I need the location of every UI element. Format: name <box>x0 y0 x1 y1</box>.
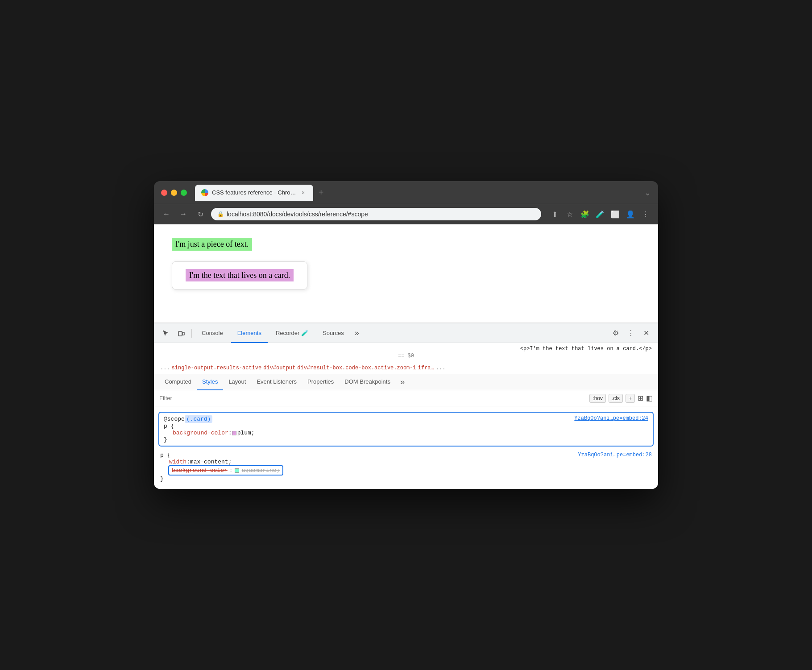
back-button[interactable]: ← <box>160 208 173 220</box>
selector-line-1: p { <box>164 423 648 430</box>
css-selector-p2: p { <box>160 452 170 459</box>
more-styles-tabs[interactable]: » <box>398 377 407 387</box>
dom-path-bar: ... single-output.results-active div#out… <box>154 362 658 374</box>
forward-button[interactable]: → <box>177 208 190 220</box>
tab-layout[interactable]: Layout <box>223 374 251 390</box>
css-value-aquamarine: aquamarine; <box>242 467 280 474</box>
card-demo: I'm the text that lives on a card. <box>172 261 307 290</box>
page-content: I'm just a piece of text. I'm the text t… <box>154 224 658 323</box>
url-text: localhost:8080/docs/devtools/css/referen… <box>227 211 535 218</box>
tab-styles[interactable]: Styles <box>197 374 223 390</box>
menu-icon[interactable]: ⋮ <box>639 208 652 220</box>
close-devtools-icon[interactable]: ✕ <box>639 327 653 340</box>
closing-brace-2: } <box>160 476 652 482</box>
new-style-rule-icon[interactable]: ⊞ <box>638 394 643 402</box>
css-prop-bg-color-1: background-color <box>173 430 228 436</box>
property-line-width: width : max-content; <box>160 459 652 465</box>
styles-tabs-bar: Computed Styles Layout Event Listeners P… <box>154 374 658 390</box>
tab-computed[interactable]: Computed <box>159 374 197 390</box>
element-picker-icon[interactable] <box>159 327 173 340</box>
color-swatch-plum[interactable] <box>232 431 236 435</box>
selector-line-2: p { <box>160 452 578 459</box>
dom-path-div-result[interactable]: div#result-box.code-box.active.zoom-1 <box>297 365 416 371</box>
svg-rect-1 <box>182 332 184 335</box>
security-lock-icon: 🔒 <box>217 211 224 217</box>
address-box[interactable]: 🔒 localhost:8080/docs/devtools/css/refer… <box>211 208 541 220</box>
cls-button[interactable]: .cls <box>609 394 623 403</box>
plain-text-demo: I'm just a piece of text. <box>172 238 252 251</box>
tab-menu-button[interactable]: ⌄ <box>644 188 651 198</box>
toolbar-icons: ⬆ ☆ 🧩 🧪 ⬜ 👤 ⋮ <box>548 208 652 220</box>
closing-brace-1: } <box>164 436 648 443</box>
device-toggle-icon[interactable] <box>174 327 188 340</box>
tab-elements[interactable]: Elements <box>231 323 268 343</box>
maximize-button[interactable] <box>181 190 187 196</box>
reload-button[interactable]: ↻ <box>194 208 207 220</box>
dom-variable: == $0 <box>160 353 652 359</box>
hov-button[interactable]: :hov <box>589 394 606 403</box>
bookmark-icon[interactable]: ☆ <box>563 208 576 220</box>
devtools-toolbar-right: ⚙ ⋮ ✕ <box>609 327 653 340</box>
active-tab[interactable]: CSS features reference - Chro… × <box>195 185 313 201</box>
dom-element-text: <p>I'm the text that lives on a card.</p… <box>520 346 652 352</box>
dom-breadcrumb: <p>I'm the text that lives on a card.</p… <box>154 343 658 362</box>
scope-line: @scope (.card) <box>164 415 574 423</box>
css-selector-p1: p { <box>164 423 174 430</box>
tab-event-listeners[interactable]: Event Listeners <box>251 374 302 390</box>
svg-rect-0 <box>178 331 182 336</box>
dom-path-end-dots: ... <box>436 365 446 371</box>
dom-path-single-output[interactable]: single-output.results-active <box>172 365 262 371</box>
dom-path-div-output[interactable]: div#output <box>263 365 295 371</box>
share-icon[interactable]: ⬆ <box>548 208 561 220</box>
extensions-icon[interactable]: 🧩 <box>579 208 591 220</box>
scope-selector: (.card) <box>185 415 213 423</box>
address-bar: ← → ↻ 🔒 localhost:8080/docs/devtools/css… <box>154 204 658 224</box>
minimize-button[interactable] <box>171 190 177 196</box>
account-icon[interactable]: 👤 <box>624 208 637 220</box>
devtools-toolbar: Console Elements Recorder 🧪 Sources » ⚙ … <box>154 323 658 343</box>
devtools-panel: Console Elements Recorder 🧪 Sources » ⚙ … <box>154 323 658 489</box>
css-rules-panel: YzaBqOo?ani…pe=embed:24 @scope (.card) p… <box>154 406 658 489</box>
tab-properties[interactable]: Properties <box>302 374 339 390</box>
color-swatch-aquamarine[interactable] <box>235 468 239 473</box>
new-tab-button[interactable]: + <box>315 186 327 199</box>
tab-sources[interactable]: Sources <box>316 323 350 343</box>
tab-dom-breakpoints[interactable]: DOM Breakpoints <box>339 374 396 390</box>
filter-bar: :hov .cls + ⊞ ◧ <box>154 390 658 406</box>
flask-icon[interactable]: 🧪 <box>594 208 606 220</box>
settings-icon[interactable]: ⚙ <box>609 327 622 340</box>
chrome-favicon <box>201 189 208 196</box>
tab-close-button[interactable]: × <box>300 189 307 196</box>
rule-source-1[interactable]: YzaBqOo?ani…pe=embed:24 <box>574 415 648 422</box>
dom-path-ifra[interactable]: ifra… <box>418 365 434 371</box>
browser-window: CSS features reference - Chro… × + ⌄ ← →… <box>154 181 658 489</box>
titlebar: CSS features reference - Chro… × + ⌄ <box>154 181 658 204</box>
css-prop-width: width <box>169 459 186 465</box>
tab-recorder[interactable]: Recorder 🧪 <box>269 323 315 343</box>
card-text-demo: I'm the text that lives on a card. <box>186 269 294 281</box>
at-scope-keyword: @scope <box>164 416 185 422</box>
tab-console[interactable]: Console <box>195 323 229 343</box>
css-rule-p: YzaBqOo?ani…pe=embed:28 p { width : max-… <box>154 449 658 485</box>
toggle-sidebar-icon[interactable]: ◧ <box>646 394 653 402</box>
more-options-icon[interactable]: ⋮ <box>624 327 638 340</box>
css-rule-scope: YzaBqOo?ani…pe=embed:24 @scope (.card) p… <box>158 412 654 447</box>
tablet-icon[interactable]: ⬜ <box>609 208 621 220</box>
dom-path-dots: ... <box>160 365 170 371</box>
tab-bar: CSS features reference - Chro… × + <box>195 185 640 201</box>
add-class-button[interactable]: + <box>626 394 635 403</box>
close-button[interactable] <box>161 190 167 196</box>
more-tabs-button[interactable]: » <box>352 328 362 338</box>
traffic-lights <box>161 190 187 196</box>
separator <box>191 329 192 338</box>
rule-source-2[interactable]: YzaBqOo?ani…pe=embed:28 <box>578 452 652 458</box>
css-value-max-content: max-content; <box>190 459 232 465</box>
css-value-plum: plum; <box>237 430 255 436</box>
overridden-rule-box: background-color : aquamarine; <box>168 465 283 476</box>
filter-controls: :hov .cls + ⊞ ◧ <box>589 394 653 403</box>
filter-input[interactable] <box>159 395 586 401</box>
css-prop-bg-color-2: background-color <box>172 467 228 474</box>
tab-title: CSS features reference - Chro… <box>212 189 296 196</box>
property-line-1: background-color : plum; <box>164 430 648 436</box>
